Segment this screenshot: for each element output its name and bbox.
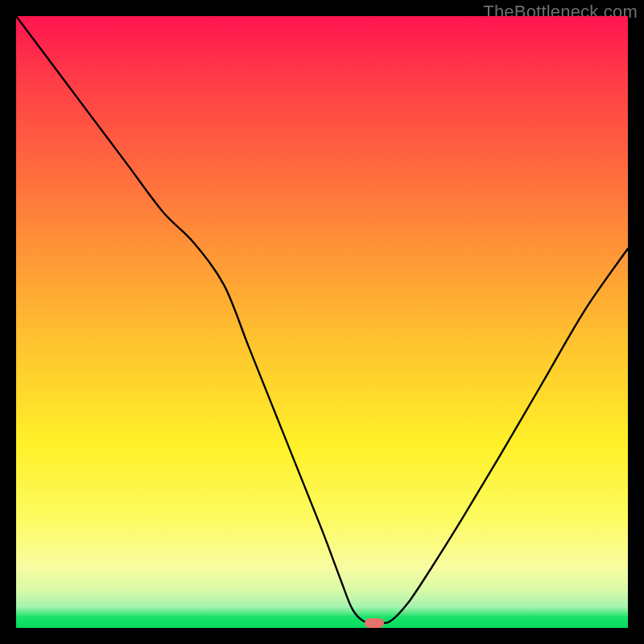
plot-area (16, 16, 628, 628)
background-gradient (16, 16, 628, 628)
chart-frame: TheBottleneck.com (0, 0, 644, 644)
